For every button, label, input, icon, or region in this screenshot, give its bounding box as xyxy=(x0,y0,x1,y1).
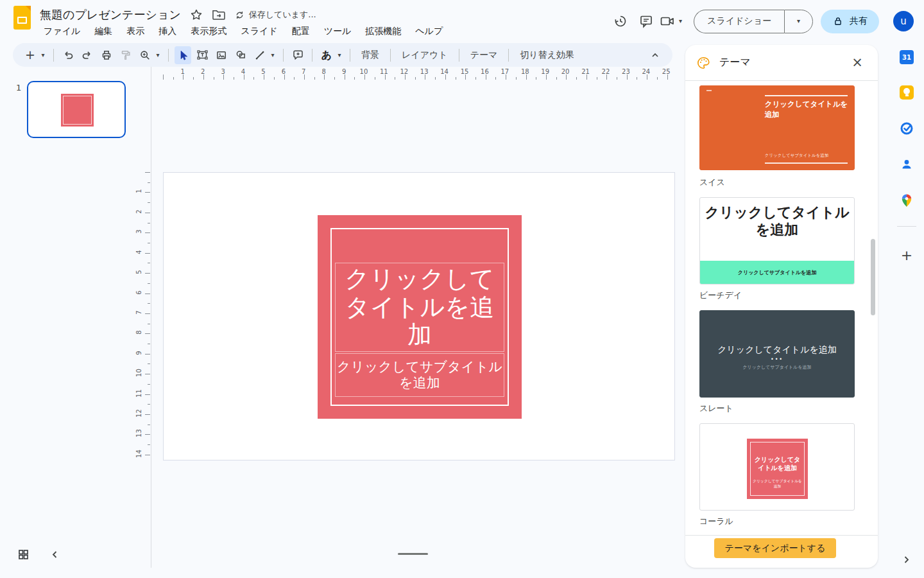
tasks-icon[interactable] xyxy=(900,121,914,136)
close-icon[interactable]: × xyxy=(848,53,867,73)
theme-name-beachday: ビーチデイ xyxy=(699,290,742,301)
input-tools-button[interactable]: あ xyxy=(318,46,335,64)
paint-format-button[interactable] xyxy=(117,46,134,64)
slide-thumbnail-1[interactable] xyxy=(27,81,126,138)
theme-name-swiss: スイス xyxy=(699,177,725,188)
slideshow-button[interactable]: スライドショー xyxy=(694,10,784,33)
new-slide-dropdown[interactable]: ▾ xyxy=(38,46,47,64)
redo-button[interactable] xyxy=(79,46,96,64)
slides-logo[interactable] xyxy=(13,6,31,30)
theme-panel: テーマ × クリックしてタイトルを追加 クリックしてサブタイトルを追加 スイス … xyxy=(685,45,878,568)
menu-edit[interactable]: 編集 xyxy=(87,24,119,39)
star-icon[interactable] xyxy=(190,8,203,21)
grid-view-button[interactable] xyxy=(17,548,30,561)
theme-thumbnail-swiss[interactable]: クリックしてタイトルを追加 クリックしてサブタイトルを追加 xyxy=(699,85,855,170)
theme-panel-header: テーマ × xyxy=(685,45,878,81)
menu-bar: ファイル 編集 表示 挿入 表示形式 スライド 配置 ツール 拡張機能 ヘルプ xyxy=(37,24,450,39)
menu-slide[interactable]: スライド xyxy=(234,24,284,39)
insert-shape-button[interactable] xyxy=(232,46,249,64)
calendar-icon[interactable]: 31 xyxy=(900,50,914,64)
side-app-strip: 31 + xyxy=(889,0,924,578)
save-status[interactable]: 保存しています... xyxy=(234,9,316,21)
meet-button[interactable]: ▾ xyxy=(659,13,682,29)
add-app-icon[interactable]: + xyxy=(900,248,914,262)
theme-name-coral: コーラル xyxy=(699,516,733,527)
theme-button[interactable]: テーマ xyxy=(464,47,504,64)
menu-insert[interactable]: 挿入 xyxy=(151,24,184,39)
menu-help[interactable]: ヘルプ xyxy=(408,24,450,39)
layout-button[interactable]: レイアウト xyxy=(395,47,454,64)
subtitle-placeholder[interactable]: クリックしてサブタイトルを追加 xyxy=(335,353,504,397)
menu-arrange[interactable]: 配置 xyxy=(285,24,317,39)
slide-coral-square[interactable]: クリックしてタイトルを追加 クリックしてサブタイトルを追加 xyxy=(318,215,522,419)
insert-image-button[interactable] xyxy=(213,46,230,64)
contacts-icon[interactable] xyxy=(900,157,914,171)
new-slide-button[interactable]: + xyxy=(22,46,38,64)
history-icon[interactable] xyxy=(608,9,633,33)
filmstrip-divider xyxy=(151,67,151,568)
horizontal-ruler: 1234567891011121314151617181920212223242… xyxy=(151,68,678,80)
collapse-filmstrip-button[interactable] xyxy=(50,550,60,559)
move-folder-icon[interactable] xyxy=(212,9,225,21)
undo-button[interactable] xyxy=(60,46,76,64)
theme-name-slate: スレート xyxy=(699,403,733,414)
input-tools-dropdown[interactable]: ▾ xyxy=(335,46,344,64)
text-box-button[interactable] xyxy=(194,46,210,64)
comment-icon[interactable] xyxy=(633,9,659,33)
line-dropdown[interactable]: ▾ xyxy=(268,46,277,64)
zoom-dropdown[interactable]: ▾ xyxy=(153,46,162,64)
menu-format[interactable]: 表示形式 xyxy=(184,24,234,39)
slideshow-dropdown[interactable]: ▾ xyxy=(784,10,813,33)
print-button[interactable] xyxy=(98,46,115,64)
document-title[interactable]: 無題のプレゼンテーション xyxy=(40,7,181,22)
palette-icon xyxy=(696,56,710,70)
zoom-tool-button[interactable] xyxy=(137,46,153,64)
menu-extensions[interactable]: 拡張機能 xyxy=(358,24,408,39)
slide-canvas[interactable]: クリックしてタイトルを追加 クリックしてサブタイトルを追加 xyxy=(163,172,675,460)
toolbar: + ▾ ▾ ▾ あ ▾ 背景 レイアウト テーマ 切り替え効果 xyxy=(13,43,672,67)
menu-file[interactable]: ファイル xyxy=(37,24,87,39)
theme-thumbnail-beachday[interactable]: クリックしてタイトルを追加 クリックしてサブタイトルを追加 xyxy=(699,197,855,285)
horizontal-scrollbar[interactable] xyxy=(398,553,428,555)
select-tool-button[interactable] xyxy=(175,46,191,64)
chevron-down-icon: ▾ xyxy=(679,18,682,24)
share-button[interactable]: 共有 xyxy=(821,10,879,33)
thumbnail-coral-square xyxy=(61,94,94,127)
videocam-icon xyxy=(659,13,676,29)
sync-icon xyxy=(234,10,245,21)
background-button[interactable]: 背景 xyxy=(355,47,386,64)
slide-number: 1 xyxy=(16,83,21,92)
lock-icon xyxy=(832,15,844,28)
import-theme-button[interactable]: テーマをインポートする xyxy=(714,538,836,558)
vertical-ruler: 1234567891011121314 xyxy=(137,161,151,469)
title-placeholder[interactable]: クリックしてタイトルを追加 xyxy=(335,263,504,352)
chevron-down-icon: ▾ xyxy=(797,18,800,24)
theme-panel-title: テーマ xyxy=(719,56,751,69)
theme-thumbnail-coral[interactable]: クリックしてタイトルを追加 クリックしてサブタイトルを追加 xyxy=(699,423,855,511)
transition-button[interactable]: 切り替え効果 xyxy=(513,47,581,64)
panel-scrollbar[interactable] xyxy=(871,239,875,315)
menu-tools[interactable]: ツール xyxy=(317,24,359,39)
insert-comment-button[interactable] xyxy=(289,46,306,64)
menu-view[interactable]: 表示 xyxy=(119,24,151,39)
theme-thumbnail-slate[interactable]: クリックしてタイトルを追加 ••• クリックしてサブタイトルを追加 xyxy=(699,310,855,398)
insert-line-button[interactable] xyxy=(252,46,268,64)
keep-icon[interactable] xyxy=(900,85,914,100)
show-side-panel-button[interactable] xyxy=(902,555,911,565)
hide-menus-button[interactable] xyxy=(647,46,663,64)
maps-icon[interactable] xyxy=(900,193,914,207)
